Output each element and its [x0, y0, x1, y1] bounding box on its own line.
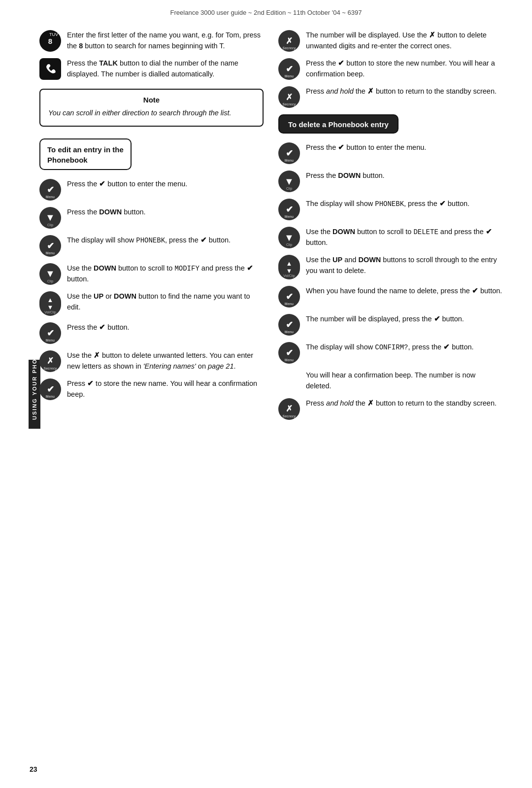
8-tuv-button-icon: TUV 8: [39, 30, 61, 52]
edit-section-title: To edit an entry in thePhonebook: [39, 138, 132, 170]
delete-step-2: ▼ Clip Press the DOWN button.: [278, 171, 502, 192]
menu-checkmark-icon-d6: ✔ Menu: [278, 286, 300, 308]
intro-block-1: TUV 8 Enter the first letter of the name…: [39, 30, 264, 52]
x-button-icon-1: ✗ Secrecy: [39, 350, 61, 372]
right-intro-step-2: ✔ Menu Press the ✔ button to store the n…: [278, 58, 502, 80]
menu-checkmark-icon-d3: ✔ Menu: [278, 199, 300, 220]
header-title: Freelance 3000 user guide ~ 2nd Edition …: [170, 9, 362, 16]
edit-step-2: ▼ Clip Press the DOWN button.: [39, 207, 264, 229]
edit-step-8: ✔ Menu Press ✔ to store the new name. Yo…: [39, 378, 264, 400]
menu-checkmark-icon-d8: ✔ Menu: [278, 342, 300, 364]
delete-step-8-text: The display will show CONFIRM?, press th…: [306, 342, 502, 353]
page-header: Freelance 3000 user guide ~ 2nd Edition …: [0, 0, 532, 21]
edit-step-1: ✔ Menu Press the ✔ button to enter the m…: [39, 179, 264, 201]
delete-step-8: ✔ Menu The display will show CONFIRM?, p…: [278, 342, 502, 364]
delete-step-9-text: You will hear a confirmation beep. The n…: [306, 370, 502, 392]
delete-section-title: To delete a Phonebook entry: [278, 114, 399, 134]
menu-checkmark-icon-2: ✔ Menu: [39, 235, 61, 257]
right-column: ✗ Secrecy The number will be displayed. …: [278, 30, 502, 426]
menu-checkmark-icon-d7: ✔ Menu: [278, 314, 300, 336]
menu-checkmark-icon-r2: ✔ Menu: [278, 58, 300, 80]
side-tab-label: USING YOUR PHONE: [29, 360, 40, 429]
intro-block-1-text: Enter the first letter of the name you w…: [67, 30, 264, 52]
edit-step-2-text: Press the DOWN button.: [67, 207, 264, 218]
edit-step-3: ✔ Menu The display will show PHONEBK, pr…: [39, 235, 264, 257]
delete-step-4: ▼ Clip Use the DOWN button to scroll to …: [278, 227, 502, 248]
delete-step-2-text: Press the DOWN button.: [306, 171, 502, 181]
vol-updown-icon-d5: ▲ ▼ Vol/Clip: [278, 255, 300, 279]
edit-step-8-text: Press ✔ to store the new name. You will …: [67, 378, 264, 400]
edit-step-6: ✔ Menu Press the ✔ button.: [39, 322, 264, 344]
intro-block-2: Press the TALK button to dial the number…: [39, 58, 264, 80]
x-button-icon-d10: ✗ Secrecy: [278, 398, 300, 420]
edit-step-7-text: Use the ✗ button to delete unwanted lett…: [67, 350, 264, 372]
delete-step-5-text: Use the UP and DOWN buttons to scroll th…: [306, 255, 502, 276]
note-box: Note You can scroll in either direction …: [39, 89, 264, 127]
right-intro-step-1-text: The number will be displayed. Use the ✗ …: [306, 30, 502, 52]
x-button-icon-r1: ✗ Secrecy: [278, 30, 300, 52]
right-intro-step-1: ✗ Secrecy The number will be displayed. …: [278, 30, 502, 52]
delete-step-3-text: The display will show PHONEBK, press the…: [306, 199, 502, 209]
edit-step-6-text: Press the ✔ button.: [67, 322, 264, 333]
right-intro-step-3-text: Press and hold the ✗ button to return to…: [306, 86, 502, 97]
talk-button-icon: [39, 58, 61, 80]
edit-step-1-text: Press the ✔ button to enter the menu.: [67, 179, 264, 190]
delete-step-6-text: When you have found the name to delete, …: [306, 286, 502, 297]
delete-step-4-text: Use the DOWN button to scroll to DELETE …: [306, 227, 502, 248]
right-intro-step-3: ✗ Secrecy Press and hold the ✗ button to…: [278, 86, 502, 108]
delete-step-7-text: The number will be displayed, press the …: [306, 314, 502, 325]
delete-step-6: ✔ Menu When you have found the name to d…: [278, 286, 502, 308]
down-button-icon-2: ▼ Clip: [39, 263, 61, 285]
menu-checkmark-icon-d1: ✔ Menu: [278, 142, 300, 164]
edit-step-5: ▲ ▼ Vol/Clip Use the UP or DOWN button t…: [39, 291, 264, 316]
edit-step-5-text: Use the UP or DOWN button to find the na…: [67, 291, 264, 313]
down-button-icon-1: ▼ Clip: [39, 207, 61, 229]
left-column: TUV 8 Enter the first letter of the name…: [39, 30, 264, 426]
note-title: Note: [48, 96, 255, 104]
menu-checkmark-icon-4: ✔ Menu: [39, 378, 61, 400]
delete-step-3: ✔ Menu The display will show PHONEBK, pr…: [278, 199, 502, 220]
edit-step-7: ✗ Secrecy Use the ✗ button to delete unw…: [39, 350, 264, 372]
down-button-icon-d4: ▼ Clip: [278, 227, 300, 248]
down-button-icon-d2: ▼ Clip: [278, 171, 300, 192]
right-intro-step-2-text: Press the ✔ button to store the new numb…: [306, 58, 502, 80]
delete-step-1: ✔ Menu Press the ✔ button to enter the m…: [278, 142, 502, 164]
delete-step-1-text: Press the ✔ button to enter the menu.: [306, 142, 502, 153]
main-content: TUV 8 Enter the first letter of the name…: [0, 21, 532, 456]
page-number: 23: [30, 765, 37, 773]
vol-updown-icon-1: ▲ ▼ Vol/Clip: [39, 291, 61, 316]
menu-checkmark-icon-3: ✔ Menu: [39, 322, 61, 344]
delete-step-10-text: Press and hold the ✗ button to return to…: [306, 398, 502, 409]
edit-step-4: ▼ Clip Use the DOWN button to scroll to …: [39, 263, 264, 285]
note-body: You can scroll in either direction to se…: [48, 108, 255, 119]
delete-step-9: You will hear a confirmation beep. The n…: [278, 370, 502, 392]
delete-step-5: ▲ ▼ Vol/Clip Use the UP and DOWN buttons…: [278, 255, 502, 279]
delete-step-7: ✔ Menu The number will be displayed, pre…: [278, 314, 502, 336]
edit-step-3-text: The display will show PHONEBK, press the…: [67, 235, 264, 246]
intro-block-2-text: Press the TALK button to dial the number…: [67, 58, 264, 80]
edit-step-4-text: Use the DOWN button to scroll to MODIFY …: [67, 263, 264, 285]
menu-checkmark-icon-1: ✔ Menu: [39, 179, 61, 201]
x-button-icon-r3: ✗ Secrecy: [278, 86, 300, 108]
delete-step-10: ✗ Secrecy Press and hold the ✗ button to…: [278, 398, 502, 420]
